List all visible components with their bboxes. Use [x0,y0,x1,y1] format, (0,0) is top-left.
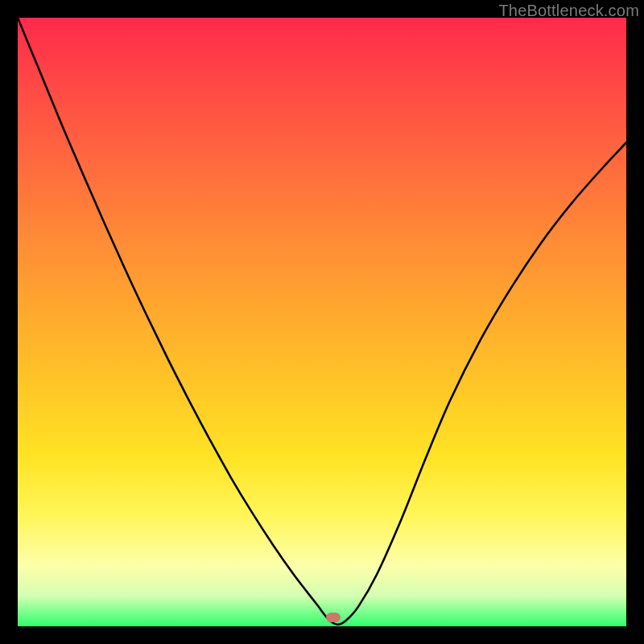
watermark-text: TheBottleneck.com [498,2,639,20]
chart-frame: TheBottleneck.com [0,0,644,644]
plot-area [18,18,626,626]
bottleneck-curve [18,18,626,626]
optimal-point-marker [326,613,341,622]
